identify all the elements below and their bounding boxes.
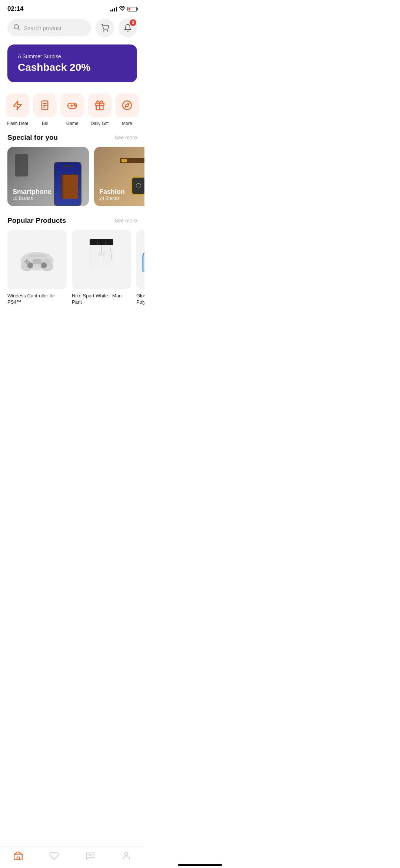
lightning-icon [12,100,23,110]
watch-decoration [15,154,28,176]
gloves-image [136,243,144,276]
svg-point-27 [45,258,48,261]
svg-point-17 [123,101,131,109]
promo-banner[interactable]: A Summer Surpise Cashback 20% [7,44,137,82]
svg-rect-35 [90,239,113,245]
battery-icon [127,7,137,11]
special-see-more[interactable]: See more [114,135,137,141]
flash-deal-label: Flash Deal [7,121,28,126]
gloves-image-box [136,230,144,289]
special-section-header: Special for you See more [0,133,144,147]
svg-point-4 [107,30,108,31]
svg-line-2 [18,28,19,29]
special-card-smartphone[interactable]: Smartphone 18 Brands [7,147,89,206]
gloves-name: Gloves X Polygon [136,293,144,306]
status-bar: 02:14 [0,0,144,16]
more-label: More [122,121,132,126]
flash-deal-icon-box [6,93,29,117]
category-more[interactable]: More [115,93,139,126]
category-daily-gift[interactable]: Daily Gift [88,93,111,126]
svg-point-3 [103,30,104,31]
compass-icon [122,100,132,110]
status-icons [110,6,137,12]
shorts-image [87,239,116,280]
smartphone-card-title: Smartphone [13,188,51,196]
banner-title: Cashback 20% [18,62,127,73]
svg-rect-23 [29,254,46,257]
header: Search product 3 [0,16,144,42]
game-label: Game [66,121,79,126]
book-decoration [61,175,78,199]
search-icon [13,24,20,32]
category-game[interactable]: Game [60,93,84,126]
fashion-card-subtitle: 24 Brands [99,196,125,201]
controller-image [17,245,57,274]
search-bar[interactable]: Search product [7,19,91,36]
svg-point-28 [48,260,50,262]
popular-section-header: Popular Products See more [0,217,144,230]
status-time: 02:14 [7,5,23,13]
cart-button[interactable] [96,19,114,37]
shorts-image-box [72,230,131,289]
category-bill[interactable]: Bill [33,93,57,126]
smartphone-card-info: Smartphone 18 Brands [13,188,51,201]
bill-label: Bill [42,121,48,126]
svg-marker-18 [125,103,129,107]
popular-cards-container: Wireless Controller for PS4™ Nike Sport … [0,230,144,313]
special-section-title: Special for you [7,133,58,142]
game-icon-box [60,93,84,117]
categories-section: Flash Deal Bill Game [0,90,144,133]
signal-icon [110,6,117,11]
bill-icon [40,100,50,110]
wifi-icon [119,6,125,12]
svg-rect-37 [98,252,105,256]
search-placeholder: Search product [24,25,85,31]
special-cards-container: Smartphone 18 Brands Fashion 24 Brands [0,147,144,217]
popular-see-more[interactable]: See more [114,218,137,224]
svg-point-30 [43,260,45,262]
fashion-card-info: Fashion 24 Brands [99,188,125,201]
svg-point-14 [75,105,76,106]
controller-image-box [7,230,67,289]
shorts-name: Nike Sport White - Man Pant [72,293,131,306]
product-card-shorts[interactable]: Nike Sport White - Man Pant [72,230,131,306]
more-icon-box [115,93,139,117]
notification-badge: 3 [130,19,136,26]
daily-gift-label: Daily Gift [91,121,109,126]
banner-subtitle: A Summer Surpise [18,53,127,59]
svg-rect-26 [26,259,28,264]
special-card-fashion[interactable]: Fashion 24 Brands [94,147,144,206]
smartphone-card-subtitle: 18 Brands [13,196,51,201]
svg-rect-24 [33,259,41,264]
product-card-gloves[interactable]: Gloves X Polygon [136,230,144,306]
watch-card-decoration [131,176,144,195]
belt-decoration [120,158,144,163]
svg-marker-5 [14,101,21,109]
gift-icon [94,100,105,110]
bill-icon-box [33,93,57,117]
controller-name: Wireless Controller for PS4™ [7,293,67,306]
fashion-card-title: Fashion [99,188,125,196]
svg-point-34 [41,263,46,268]
daily-gift-icon-box [88,93,111,117]
gamepad-icon [67,100,77,110]
svg-point-0 [122,10,123,11]
popular-section-title: Popular Products [7,217,66,225]
product-card-controller[interactable]: Wireless Controller for PS4™ [7,230,67,306]
svg-point-32 [28,263,33,268]
notification-button[interactable]: 3 [119,19,137,37]
category-flash-deal[interactable]: Flash Deal [6,93,29,126]
cart-icon [101,24,109,32]
